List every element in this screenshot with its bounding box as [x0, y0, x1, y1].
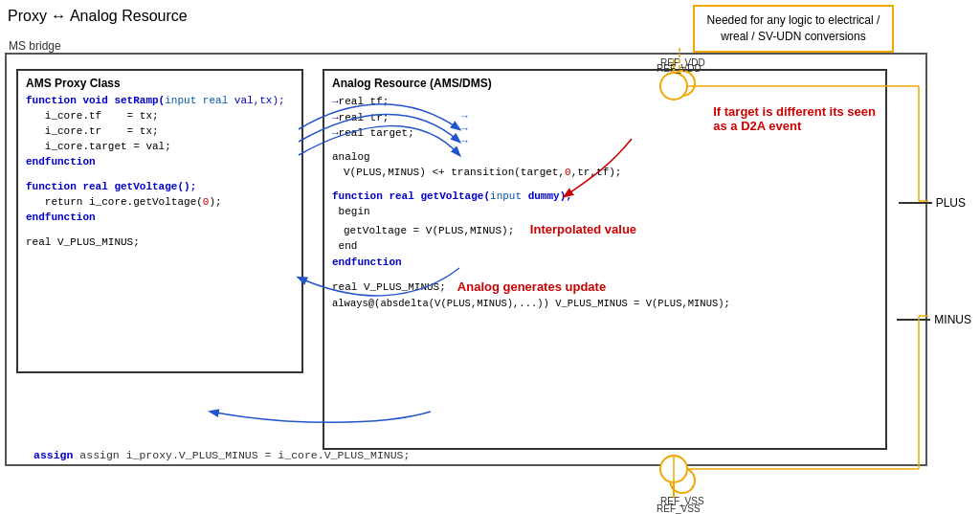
ref-vss-pin: [681, 467, 683, 480]
analog-box-title: Analog Resource (AMS/DMS): [332, 77, 878, 90]
code-line-2: i_core.tf = tx;: [26, 109, 294, 124]
analog-generates-annotation: Analog generates update: [457, 278, 606, 297]
code-line-7: return i_core.getVoltage(0);: [26, 195, 294, 211]
minus-port: MINUS: [897, 313, 971, 326]
ms-bridge-box: MS bridge Push Pull Monitored AMS Proxy …: [5, 53, 927, 466]
plus-port: PLUS: [899, 196, 966, 210]
arrow-symbol: ↔: [47, 8, 70, 24]
code-line-6: function real getVoltage();: [26, 180, 294, 195]
always-line: always@(absdelta(V(PLUS,MINUS),...)) V_P…: [332, 297, 878, 312]
endfunction-keyword: endfunction: [332, 255, 878, 271]
analog-keyword: analog: [332, 149, 878, 166]
code-line-4: i_core.target = val;: [26, 140, 294, 155]
get-voltage-body: getVoltage = V(PLUS,MINUS); Interpolated…: [332, 220, 878, 239]
assign-statement: assign assign i_proxy.V_PLUS_MINUS = i_c…: [33, 449, 410, 461]
ref-vdd-pin: [681, 83, 683, 97]
ref-vss-circle: [669, 467, 696, 494]
code-line-1: function void setRamp(input real val,tx)…: [26, 94, 294, 109]
assign-line-text: assign i_proxy.V_PLUS_MINUS = i_core.V_P…: [79, 449, 410, 461]
code-line-5: endfunction: [26, 155, 294, 170]
code-line-3: i_core.tr = tx;: [26, 124, 294, 140]
end-keyword: end: [332, 238, 878, 255]
code-line-8: endfunction: [26, 211, 294, 226]
title-text: Proxy: [8, 8, 47, 24]
ref-vdd-group: REF_VDD: [660, 57, 705, 97]
d2a-line2: as a D2A event: [713, 119, 876, 133]
real-v-plus-minus: real V_PLUS_MINUS; Analog generates upda…: [332, 278, 878, 297]
ms-bridge-label: MS bridge: [9, 39, 61, 53]
page-title: Proxy ↔ Analog Resource: [8, 8, 188, 25]
title-subtitle: Analog Resource: [70, 8, 188, 24]
ref-vss-label: REF_VSS: [660, 496, 704, 506]
begin-keyword: begin: [332, 204, 878, 220]
ref-vdd-label: REF_VDD: [660, 57, 705, 68]
get-voltage-func: function real getVoltage(input dummy);: [332, 189, 878, 205]
ref-vdd-circle: [669, 70, 696, 97]
tooltip-box: Needed for any logic to electrical / wre…: [693, 5, 894, 53]
d2a-line1: If target is different its seen: [713, 104, 876, 119]
tooltip-text: Needed for any logic to electrical / wre…: [707, 13, 880, 43]
main-container: Proxy ↔ Analog Resource Needed for any l…: [0, 0, 980, 514]
plus-port-line: [899, 202, 932, 204]
code-line-9: real V_PLUS_MINUS;: [26, 235, 294, 251]
proxy-box-title: AMS Proxy Class: [26, 77, 294, 90]
ref-vss-group: REF_VSS: [660, 467, 704, 506]
d2a-annotation: If target is different its seen as a D2A…: [713, 104, 876, 133]
analog-transition-line: V(PLUS,MINUS) <+ transition(target,0,tr,…: [332, 165, 878, 181]
minus-port-label: MINUS: [934, 313, 971, 326]
plus-port-label: PLUS: [936, 196, 966, 210]
minus-port-line: [897, 319, 930, 321]
proxy-class-box: AMS Proxy Class function void setRamp(in…: [16, 69, 303, 373]
analog-resource-box: Analog Resource (AMS/DMS) →real tf; →rea…: [323, 69, 887, 450]
